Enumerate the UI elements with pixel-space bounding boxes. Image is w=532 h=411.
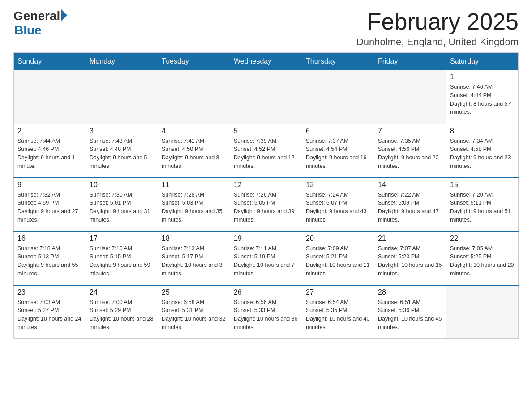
month-title: February 2025 <box>356 9 519 34</box>
calendar-cell <box>86 70 158 124</box>
day-info: Sunrise: 7:18 AMSunset: 5:13 PMDaylight:… <box>17 244 82 278</box>
day-info: Sunrise: 7:20 AMSunset: 5:11 PMDaylight:… <box>450 191 515 224</box>
calendar-cell: 1Sunrise: 7:46 AMSunset: 4:44 PMDaylight… <box>446 70 519 124</box>
calendar-cell <box>14 70 86 124</box>
day-info: Sunrise: 7:22 AMSunset: 5:09 PMDaylight:… <box>378 191 442 224</box>
day-info: Sunrise: 7:37 AMSunset: 4:54 PMDaylight:… <box>306 137 370 171</box>
calendar-cell: 21Sunrise: 7:07 AMSunset: 5:23 PMDayligh… <box>374 231 446 285</box>
calendar-cell: 14Sunrise: 7:22 AMSunset: 5:09 PMDayligh… <box>374 178 446 231</box>
logo-blue-text: Blue <box>14 23 42 38</box>
calendar-cell <box>446 285 519 339</box>
day-number: 17 <box>90 235 154 243</box>
day-number: 3 <box>90 127 154 135</box>
calendar-cell: 16Sunrise: 7:18 AMSunset: 5:13 PMDayligh… <box>14 231 86 285</box>
day-number: 5 <box>234 127 298 135</box>
calendar-cell: 18Sunrise: 7:13 AMSunset: 5:17 PMDayligh… <box>158 231 230 285</box>
day-number: 8 <box>450 127 515 135</box>
day-number: 13 <box>306 181 370 189</box>
calendar-header-monday: Monday <box>86 53 158 70</box>
calendar-cell: 24Sunrise: 7:00 AMSunset: 5:29 PMDayligh… <box>86 285 158 339</box>
day-number: 21 <box>378 235 442 243</box>
calendar-cell: 8Sunrise: 7:34 AMSunset: 4:58 PMDaylight… <box>446 124 519 178</box>
day-info: Sunrise: 7:03 AMSunset: 5:27 PMDaylight:… <box>17 298 82 332</box>
calendar-week-row: 2Sunrise: 7:44 AMSunset: 4:46 PMDaylight… <box>14 124 519 178</box>
calendar-cell: 28Sunrise: 6:51 AMSunset: 5:36 PMDayligh… <box>374 285 446 339</box>
day-info: Sunrise: 7:35 AMSunset: 4:56 PMDaylight:… <box>378 137 442 171</box>
calendar-header-thursday: Thursday <box>302 53 374 70</box>
day-number: 10 <box>90 181 154 189</box>
logo-general-text: General <box>13 9 60 23</box>
calendar-week-row: 9Sunrise: 7:32 AMSunset: 4:59 PMDaylight… <box>14 178 519 231</box>
calendar-cell: 11Sunrise: 7:28 AMSunset: 5:03 PMDayligh… <box>158 178 230 231</box>
calendar-cell: 15Sunrise: 7:20 AMSunset: 5:11 PMDayligh… <box>446 178 519 231</box>
logo: General Blue <box>13 9 67 38</box>
page-header: General Blue February 2025 Dunholme, Eng… <box>13 9 519 48</box>
day-info: Sunrise: 7:46 AMSunset: 4:44 PMDaylight:… <box>450 83 515 116</box>
calendar-cell <box>374 70 446 124</box>
calendar-header-row: SundayMondayTuesdayWednesdayThursdayFrid… <box>14 53 519 70</box>
calendar-cell: 2Sunrise: 7:44 AMSunset: 4:46 PMDaylight… <box>14 124 86 178</box>
calendar-week-row: 16Sunrise: 7:18 AMSunset: 5:13 PMDayligh… <box>14 231 519 285</box>
day-info: Sunrise: 7:11 AMSunset: 5:19 PMDaylight:… <box>234 244 298 278</box>
calendar-cell: 13Sunrise: 7:24 AMSunset: 5:07 PMDayligh… <box>302 178 374 231</box>
day-info: Sunrise: 7:30 AMSunset: 5:01 PMDaylight:… <box>90 191 154 224</box>
day-info: Sunrise: 7:43 AMSunset: 4:48 PMDaylight:… <box>90 137 154 171</box>
day-number: 6 <box>306 127 370 135</box>
calendar-table: SundayMondayTuesdayWednesdayThursdayFrid… <box>13 52 519 339</box>
day-number: 25 <box>162 288 226 296</box>
day-number: 28 <box>378 288 442 296</box>
calendar-cell: 23Sunrise: 7:03 AMSunset: 5:27 PMDayligh… <box>14 285 86 339</box>
day-info: Sunrise: 7:39 AMSunset: 4:52 PMDaylight:… <box>234 137 298 171</box>
calendar-week-row: 1Sunrise: 7:46 AMSunset: 4:44 PMDaylight… <box>14 70 519 124</box>
day-number: 20 <box>306 235 370 243</box>
day-number: 16 <box>17 235 82 243</box>
day-number: 4 <box>162 127 226 135</box>
day-info: Sunrise: 7:41 AMSunset: 4:50 PMDaylight:… <box>162 137 226 171</box>
day-info: Sunrise: 7:28 AMSunset: 5:03 PMDaylight:… <box>162 191 226 224</box>
day-info: Sunrise: 6:58 AMSunset: 5:31 PMDaylight:… <box>162 298 226 332</box>
day-info: Sunrise: 7:34 AMSunset: 4:58 PMDaylight:… <box>450 137 515 171</box>
day-number: 11 <box>162 181 226 189</box>
calendar-cell: 10Sunrise: 7:30 AMSunset: 5:01 PMDayligh… <box>86 178 158 231</box>
calendar-cell <box>230 70 302 124</box>
calendar-header-saturday: Saturday <box>446 53 519 70</box>
calendar-cell: 20Sunrise: 7:09 AMSunset: 5:21 PMDayligh… <box>302 231 374 285</box>
calendar-cell: 12Sunrise: 7:26 AMSunset: 5:05 PMDayligh… <box>230 178 302 231</box>
day-number: 24 <box>90 288 154 296</box>
title-area: February 2025 Dunholme, England, United … <box>356 9 519 48</box>
day-number: 18 <box>162 235 226 243</box>
day-number: 7 <box>378 127 442 135</box>
day-info: Sunrise: 6:51 AMSunset: 5:36 PMDaylight:… <box>378 298 442 332</box>
day-info: Sunrise: 7:13 AMSunset: 5:17 PMDaylight:… <box>162 244 226 278</box>
day-number: 2 <box>17 127 82 135</box>
day-info: Sunrise: 6:54 AMSunset: 5:35 PMDaylight:… <box>306 298 370 332</box>
calendar-cell: 3Sunrise: 7:43 AMSunset: 4:48 PMDaylight… <box>86 124 158 178</box>
calendar-cell: 17Sunrise: 7:16 AMSunset: 5:15 PMDayligh… <box>86 231 158 285</box>
calendar-cell <box>158 70 230 124</box>
day-number: 27 <box>306 288 370 296</box>
day-info: Sunrise: 7:07 AMSunset: 5:23 PMDaylight:… <box>378 244 442 278</box>
day-number: 19 <box>234 235 298 243</box>
day-number: 26 <box>234 288 298 296</box>
calendar-header-tuesday: Tuesday <box>158 53 230 70</box>
day-info: Sunrise: 7:24 AMSunset: 5:07 PMDaylight:… <box>306 191 370 224</box>
day-info: Sunrise: 7:44 AMSunset: 4:46 PMDaylight:… <box>17 137 82 171</box>
day-number: 12 <box>234 181 298 189</box>
calendar-cell: 19Sunrise: 7:11 AMSunset: 5:19 PMDayligh… <box>230 231 302 285</box>
calendar-cell: 22Sunrise: 7:05 AMSunset: 5:25 PMDayligh… <box>446 231 519 285</box>
location-text: Dunholme, England, United Kingdom <box>356 36 519 48</box>
calendar-cell: 25Sunrise: 6:58 AMSunset: 5:31 PMDayligh… <box>158 285 230 339</box>
day-number: 22 <box>450 235 515 243</box>
day-info: Sunrise: 7:16 AMSunset: 5:15 PMDaylight:… <box>90 244 154 278</box>
day-info: Sunrise: 7:05 AMSunset: 5:25 PMDaylight:… <box>450 244 515 278</box>
day-info: Sunrise: 6:56 AMSunset: 5:33 PMDaylight:… <box>234 298 298 332</box>
day-info: Sunrise: 7:00 AMSunset: 5:29 PMDaylight:… <box>90 298 154 332</box>
calendar-cell <box>302 70 374 124</box>
day-info: Sunrise: 7:09 AMSunset: 5:21 PMDaylight:… <box>306 244 370 278</box>
calendar-header-sunday: Sunday <box>14 53 86 70</box>
day-number: 1 <box>450 73 515 81</box>
calendar-cell: 7Sunrise: 7:35 AMSunset: 4:56 PMDaylight… <box>374 124 446 178</box>
day-number: 23 <box>17 288 82 296</box>
calendar-cell: 26Sunrise: 6:56 AMSunset: 5:33 PMDayligh… <box>230 285 302 339</box>
day-number: 9 <box>17 181 82 189</box>
